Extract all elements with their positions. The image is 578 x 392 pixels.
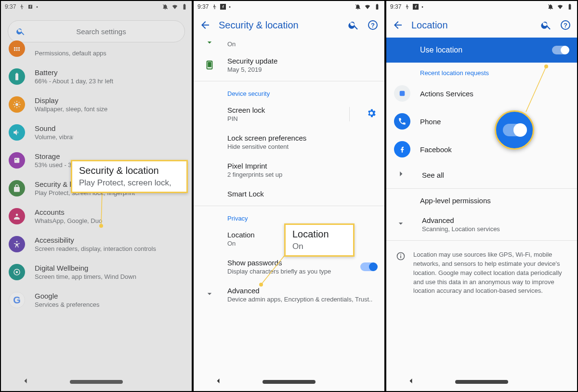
dnd-icon <box>162 3 169 10</box>
nav-back-button[interactable] <box>213 376 223 388</box>
item-lock-screen-preferences[interactable]: Lock screen preferencesHide sensitive co… <box>194 128 384 156</box>
nav-back-button[interactable] <box>21 376 30 388</box>
settings-item-accessibility[interactable]: AccessibilityScreen readers, display, in… <box>1 230 192 258</box>
nav-home-pill[interactable] <box>455 380 508 384</box>
facebook-status-icon <box>27 4 33 10</box>
settings-item-display[interactable]: DisplayWallpaper, sleep, font size <box>1 91 192 118</box>
use-location-banner[interactable]: Use location <box>386 38 577 63</box>
settings-item-digital-wellbeing[interactable]: Digital WellbeingScreen time, app timers… <box>1 258 192 286</box>
page-title: Location <box>411 20 533 31</box>
item-advanced[interactable]: AdvancedScanning, Location services <box>386 210 577 238</box>
callout-pointer-dot <box>259 283 263 287</box>
svg-rect-25 <box>400 255 401 258</box>
settings-item-google[interactable]: G GoogleServices & preferences <box>1 286 192 314</box>
help-icon[interactable]: ? <box>560 19 571 31</box>
item-screen-lock[interactable]: Screen lockPIN <box>194 100 384 128</box>
toggle-use-location[interactable] <box>552 46 568 54</box>
svg-line-27 <box>526 66 546 112</box>
section-privacy: Privacy <box>194 208 384 225</box>
callout-use-location-toggle <box>495 110 534 150</box>
nav-home-pill[interactable] <box>70 380 123 384</box>
chevron-down-icon <box>205 38 214 49</box>
settings-item-sound[interactable]: SoundVolume, vibration, Do Not Disturb <box>1 118 192 146</box>
search-icon <box>16 26 26 36</box>
help-icon[interactable]: ? <box>367 19 379 31</box>
use-location-label: Use location <box>420 46 462 54</box>
item-smart-lock[interactable]: Smart Lock <box>194 184 384 204</box>
svg-line-9 <box>101 191 102 225</box>
svg-point-2 <box>15 103 18 106</box>
search-icon[interactable] <box>540 19 552 31</box>
chevron-right-icon <box>396 169 410 181</box>
back-arrow-icon[interactable] <box>392 19 404 31</box>
settings-item-battery[interactable]: Battery66% - About 1 day, 23 hr left <box>1 63 192 91</box>
more-dot: • <box>36 4 38 10</box>
row-see-all[interactable]: See all <box>386 163 577 186</box>
info-description: Location may use sources like GPS, Wi-Fi… <box>386 243 577 296</box>
running-icon <box>404 4 410 10</box>
app-bar: Location ? <box>386 13 577 38</box>
item-show-passwords[interactable]: Show passwordsDisplay characters briefly… <box>194 253 384 281</box>
callout-pointer-dot <box>544 65 548 68</box>
facebook-status-icon <box>413 4 419 10</box>
running-icon <box>19 4 25 10</box>
info-icon <box>396 251 406 261</box>
svg-text:?: ? <box>564 22 567 29</box>
svg-rect-3 <box>14 158 20 163</box>
search-placeholder: Search settings <box>26 27 177 36</box>
facebook-status-icon <box>220 4 226 10</box>
more-dot: • <box>421 4 423 10</box>
prev-item-tail[interactable]: On <box>194 38 384 51</box>
running-icon <box>211 4 217 10</box>
chevron-down-icon <box>205 289 214 301</box>
status-time: 9:37 <box>390 3 401 10</box>
gear-icon[interactable] <box>366 108 377 120</box>
status-time: 9:37 <box>197 3 209 10</box>
wifi-icon <box>364 3 371 10</box>
toggle-show-passwords[interactable] <box>360 262 377 271</box>
svg-rect-4 <box>15 159 16 160</box>
item-app-level-permissions[interactable]: App-level permissions <box>386 191 577 210</box>
dnd-icon <box>547 3 554 10</box>
back-arrow-icon[interactable] <box>199 19 211 31</box>
search-icon[interactable] <box>348 19 359 31</box>
security-list: On Security updateMay 5, 2019 Device sec… <box>194 38 384 309</box>
callout-pointer-dot <box>99 224 103 228</box>
svg-point-0 <box>21 5 22 6</box>
section-device-security: Device security <box>194 83 384 100</box>
battery-icon <box>374 3 381 10</box>
nav-back-button[interactable] <box>406 376 416 388</box>
wifi-icon <box>171 3 178 10</box>
nav-home-pill[interactable] <box>263 380 315 384</box>
item-security-update[interactable]: Security updateMay 5, 2019 <box>194 51 384 79</box>
item-advanced[interactable]: AdvancedDevice admin apps, Encryption & … <box>194 281 384 309</box>
app-row-facebook[interactable]: Facebook <box>386 135 577 163</box>
chevron-down-icon <box>396 219 410 230</box>
svg-rect-16 <box>208 62 211 67</box>
settings-item-apps[interactable]: .Permissions, default apps <box>1 40 192 63</box>
svg-line-17 <box>261 255 285 285</box>
status-bar: 9:37 • <box>386 1 577 13</box>
dnd-icon <box>355 3 361 10</box>
android-nav-bar <box>386 373 577 391</box>
security-location-screen: 9:37 • Security & location ? On <box>193 0 385 392</box>
svg-point-10 <box>214 5 215 6</box>
status-bar: 9:37 • <box>1 1 192 13</box>
svg-point-18 <box>407 5 407 6</box>
status-bar: 9:37 • <box>194 1 384 13</box>
location-screen: 9:37 • Location ? Use location Recent lo… <box>385 0 578 392</box>
android-nav-bar <box>194 373 384 391</box>
svg-point-5 <box>16 214 18 216</box>
battery-icon <box>566 3 573 10</box>
battery-icon <box>181 3 188 10</box>
callout-location: Location On <box>284 223 355 257</box>
shield-phone-icon <box>204 60 215 70</box>
svg-rect-26 <box>400 254 401 255</box>
android-nav-bar <box>1 373 192 391</box>
svg-point-8 <box>16 271 18 274</box>
more-dot: • <box>229 4 231 10</box>
svg-point-6 <box>16 241 18 242</box>
search-settings-pill[interactable]: Search settings <box>8 20 185 42</box>
item-pixel-imprint[interactable]: Pixel Imprint2 fingerprints set up <box>194 156 384 184</box>
app-bar: Security & location ? <box>194 13 384 38</box>
